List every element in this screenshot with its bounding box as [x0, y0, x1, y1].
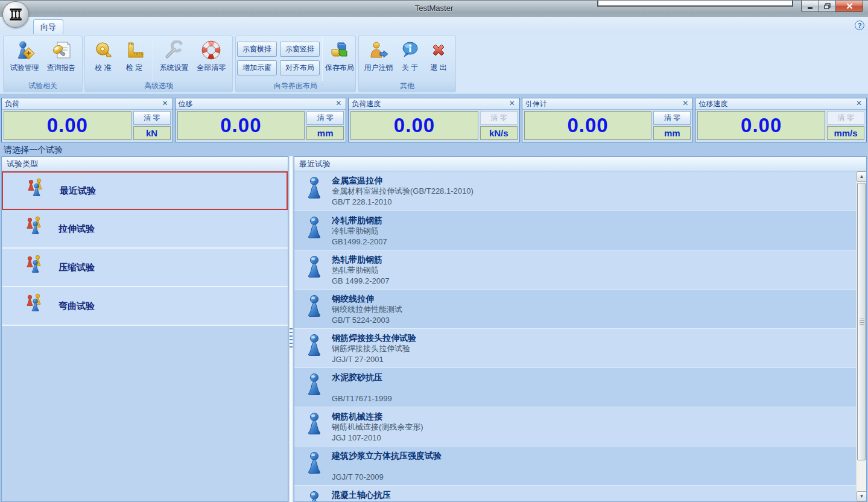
recent-test-item[interactable]: 混凝土轴心抗压	[294, 485, 856, 501]
test-type-label: 最近试验	[60, 185, 96, 197]
scrollbar-thumb[interactable]	[857, 183, 866, 460]
test-type-item[interactable]: 压缩试验	[2, 249, 288, 287]
close-button[interactable]	[835, 1, 863, 12]
minimize-button[interactable]	[801, 1, 819, 12]
clear-all-button[interactable]: 全部清零	[192, 37, 230, 80]
recent-test-text: 热轧带肋钢筋 热轧带肋钢筋 GB 1499.2-2007	[332, 254, 389, 289]
restore-icon	[824, 3, 831, 9]
select-test-prompt: 请选择一个试验	[4, 145, 63, 156]
recent-test-subtitle: 钢绞线拉伸性能测试	[332, 304, 402, 315]
windows-horizontal-button[interactable]: 示窗横排	[237, 42, 277, 57]
query-report-button[interactable]: 查询报告	[43, 37, 80, 80]
button-label: 全部清零	[197, 63, 226, 73]
gauge-close-icon[interactable]: ✕	[855, 100, 863, 108]
recent-test-standard: GB/T17671-1999	[332, 393, 392, 404]
pawn-icon	[305, 372, 323, 407]
gauge-side: 清 零 mm	[306, 111, 344, 140]
recent-test-item[interactable]: 冷轧带肋钢筋 冷轧带肋钢筋 GB1499.2-2007	[294, 211, 856, 250]
recent-test-standard: JGJ/T 27-2001	[332, 354, 416, 365]
gauge-clear-button[interactable]: 清 零	[306, 111, 344, 125]
recent-test-text: 钢筋焊接接头拉伸试验 钢筋焊接接头拉伸试验 JGJ/T 27-2001	[332, 332, 416, 367]
pawn-icon	[305, 332, 323, 367]
gauge-title: 负荷	[5, 99, 161, 109]
recent-test-item[interactable]: 钢筋机械连接 钢筋机械连接(测残余变形) JGJ 107-2010	[294, 407, 856, 446]
recent-tests-header: 最近试验	[294, 157, 866, 171]
gauge-close-icon[interactable]: ✕	[681, 100, 689, 108]
group-caption: 高级选项	[85, 81, 232, 92]
gauge-panel: 负荷速度 ✕ 0.00 清 零 kN/s	[348, 98, 520, 142]
vertical-scrollbar[interactable]: ▲ ▼	[856, 171, 866, 501]
system-settings-button[interactable]: 系统设置	[156, 37, 193, 80]
gauge-clear-button[interactable]: 清 零	[480, 111, 518, 125]
scroll-up-button[interactable]: ▲	[857, 171, 867, 182]
user-logout-button[interactable]: 用户注销	[361, 37, 396, 80]
recent-test-item[interactable]: 钢筋焊接接头拉伸试验 钢筋焊接接头拉伸试验 JGJ/T 27-2001	[294, 328, 856, 367]
gauge-clear-button[interactable]: 清 零	[827, 111, 864, 125]
recent-test-text: 建筑沙浆立方体抗压强度试验 JGJ/T 70-2009	[332, 450, 442, 485]
test-type-pane: 试验类型 最近试验 拉伸试验	[1, 156, 288, 502]
tab-wizard[interactable]: 向导	[33, 19, 63, 34]
gauge-display: 0.00	[350, 111, 478, 140]
recent-test-item[interactable]: 热轧带肋钢筋 热轧带肋钢筋 GB 1499.2-2007	[294, 250, 856, 289]
recent-test-title: 金属室温拉伸	[332, 175, 474, 186]
pawn-group-icon	[24, 215, 51, 242]
verify-button[interactable]: 检 定	[119, 37, 150, 80]
gauge-clear-button[interactable]: 清 零	[133, 111, 171, 125]
gauge-close-icon[interactable]: ✕	[161, 100, 169, 108]
test-management-button[interactable]: 试验管理	[6, 37, 43, 80]
gauge-unit: mm/s	[827, 126, 864, 140]
test-type-item[interactable]: 拉伸试验	[2, 210, 288, 249]
gauge-clear-button[interactable]: 清 零	[653, 111, 691, 125]
minimize-icon	[807, 4, 813, 9]
button-label: 查询报告	[47, 63, 76, 73]
recent-test-item[interactable]: 建筑沙浆立方体抗压强度试验 JGJ/T 70-2009	[294, 446, 856, 485]
gauge-body: 0.00 清 零 mm	[522, 110, 693, 142]
gauge-close-icon[interactable]: ✕	[334, 100, 343, 108]
add-window-button[interactable]: 增加示窗	[237, 60, 277, 75]
gauge-side: 清 零 kN/s	[480, 111, 518, 140]
gauge-close-icon[interactable]: ✕	[508, 100, 516, 108]
group-separator	[322, 36, 323, 81]
recent-test-standard: GB/T 5224-2003	[332, 315, 402, 326]
test-type-label: 弯曲试验	[59, 300, 95, 312]
recent-test-title: 钢筋机械连接	[332, 411, 423, 422]
exit-x-icon	[429, 39, 448, 61]
recent-test-title: 热轧带肋钢筋	[332, 254, 389, 265]
recent-test-item[interactable]: 水泥胶砂抗压 GB/T17671-1999	[294, 367, 856, 407]
gauge-body: 0.00 清 零 mm/s	[695, 110, 866, 142]
recent-test-subtitle: 热轧带肋钢筋	[332, 265, 389, 276]
application-menu-button[interactable]	[2, 1, 29, 28]
help-button[interactable]: ?	[855, 21, 864, 30]
test-type-item[interactable]: 最近试验	[2, 171, 288, 210]
recent-test-text: 钢筋机械连接 钢筋机械连接(测残余变形) JGJ 107-2010	[332, 411, 423, 446]
gauge-title: 引伸计	[525, 99, 682, 109]
restore-button[interactable]	[819, 1, 835, 12]
gauge-panel: 引伸计 ✕ 0.00 清 零 mm	[522, 98, 694, 142]
window-controls	[801, 1, 863, 12]
gauge-value: 0.00	[567, 114, 608, 137]
pane-splitter[interactable]	[288, 156, 294, 502]
gauge-title: 位移	[179, 99, 335, 109]
windows-vertical-button[interactable]: 示窗竖排	[280, 42, 320, 57]
group-separator	[153, 36, 153, 81]
calibrate-button[interactable]: 校 准	[87, 37, 119, 80]
gauge-unit: mm	[306, 126, 344, 140]
exit-button[interactable]: 退 出	[424, 37, 453, 80]
save-layout-button[interactable]: 保存布局	[325, 37, 354, 80]
align-layout-button[interactable]: 对齐布局	[280, 60, 320, 75]
gauge-side: 清 零 mm/s	[827, 111, 864, 140]
recent-tests-list: 金属室温拉伸 金属材料室温拉伸试验(GB/T228.1-2010) GB/T 2…	[294, 171, 856, 501]
about-button[interactable]: 关 于	[396, 37, 425, 80]
recent-test-standard: GB 1499.2-2007	[332, 276, 389, 287]
group-other: 用户注销 关 于	[358, 36, 456, 92]
recent-test-item[interactable]: 钢绞线拉伸 钢绞线拉伸性能测试 GB/T 5224-2003	[294, 289, 856, 328]
button-label: 保存布局	[325, 63, 354, 73]
button-label: 系统设置	[159, 63, 188, 73]
recent-test-subtitle: 冷轧带肋钢筋	[332, 226, 387, 237]
test-type-item[interactable]: 弯曲试验	[2, 287, 288, 326]
scroll-down-button[interactable]: ▼	[857, 491, 867, 501]
app-window: TestMaster 向导 ?	[0, 0, 868, 502]
gauge-header: 位移 ✕	[176, 98, 346, 110]
group-test-related: 试验管理 查询报告 试验	[3, 36, 83, 92]
recent-test-item[interactable]: 金属室温拉伸 金属材料室温拉伸试验(GB/T228.1-2010) GB/T 2…	[294, 171, 856, 211]
